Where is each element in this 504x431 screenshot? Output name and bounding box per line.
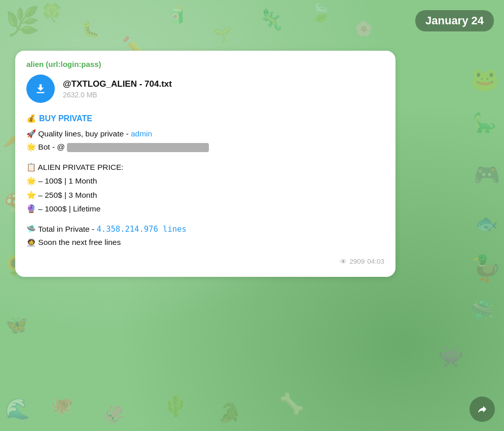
total-line: 🛸 Total in Private - 4.358.214.976 lines — [26, 223, 384, 236]
file-name: @TXTLOG_ALIEN - 704.txt — [63, 79, 172, 89]
price-tier-1: 🌟 – 100$ | 1 Month — [26, 174, 384, 188]
tier1-icon: 🌟 — [26, 176, 36, 185]
bottom-row: 👁 2909 04:03 — [26, 256, 384, 268]
total-text: Total in Private - — [38, 225, 96, 233]
tier3-icon: 🔮 — [26, 204, 36, 213]
tier2-icon: ⭐ — [26, 191, 36, 199]
message-time: 04:03 — [367, 256, 384, 267]
pricing-header: ALIEN PRIVATE PRICE: — [38, 163, 123, 171]
pricing-icon: 📋 — [26, 163, 36, 171]
total-section: 🛸 Total in Private - 4.358.214.976 lines… — [26, 223, 384, 249]
file-size: 2632.0 MB — [63, 91, 172, 99]
bot-username-blurred — [67, 143, 209, 152]
date-label: January 24 — [425, 14, 484, 27]
message-body: 💰 BUY PRIVATE 🚀 Quality lines, buy priva… — [26, 112, 384, 268]
total-count: 4.358.214.976 lines — [96, 225, 186, 234]
views-time: 👁 2909 04:03 — [340, 256, 384, 268]
soon-line: 🧑‍🚀 Soon the next free lines — [26, 236, 384, 249]
message-card: alien (url:login:pass) @TXTLOG_ALIEN - 7… — [15, 51, 395, 277]
file-info: @TXTLOG_ALIEN - 704.txt 2632.0 MB — [63, 79, 172, 99]
admin-link[interactable]: admin — [131, 129, 152, 138]
quality-line: 🚀 Quality lines, buy private - admin — [26, 127, 384, 140]
bot-text: Bot - @ — [38, 142, 65, 151]
bot-line: 🌟 Bot - @ — [26, 140, 384, 154]
date-badge: January 24 — [415, 10, 494, 31]
sender-label: alien (url:login:pass) — [26, 60, 384, 68]
total-icon: 🛸 — [26, 225, 36, 233]
file-row: @TXTLOG_ALIEN - 704.txt 2632.0 MB — [26, 75, 384, 103]
price-tier-2: ⭐ – 250$ | 3 Month — [26, 189, 384, 202]
bot-icon: 🌟 — [26, 142, 36, 151]
price-tier-3: 🔮 – 1000$ | Lifetime — [26, 202, 384, 216]
quality-icon: 🚀 — [26, 129, 36, 138]
tier1-text: – 100$ | 1 Month — [38, 176, 97, 185]
forward-icon — [477, 404, 488, 415]
pricing-section: 📋 ALIEN PRIVATE PRICE: 🌟 – 100$ | 1 Mont… — [26, 161, 384, 216]
tier3-text: – 1000$ | Lifetime — [38, 204, 100, 213]
download-button[interactable] — [26, 75, 55, 103]
eye-icon: 👁 — [340, 256, 347, 268]
quality-text: Quality lines, buy private - — [38, 129, 131, 138]
buy-private-row: 💰 BUY PRIVATE — [26, 112, 384, 125]
soon-icon: 🧑‍🚀 — [26, 238, 36, 246]
buy-private-label: BUY PRIVATE — [39, 112, 92, 125]
buy-private-icon: 💰 — [26, 112, 36, 125]
tier2-text: – 250$ | 3 Month — [38, 191, 97, 199]
forward-button[interactable] — [470, 397, 495, 422]
views-count: 2909 — [349, 256, 365, 267]
pricing-header-line: 📋 ALIEN PRIVATE PRICE: — [26, 161, 384, 174]
soon-text: Soon the next free lines — [38, 238, 121, 246]
download-icon — [34, 82, 47, 95]
